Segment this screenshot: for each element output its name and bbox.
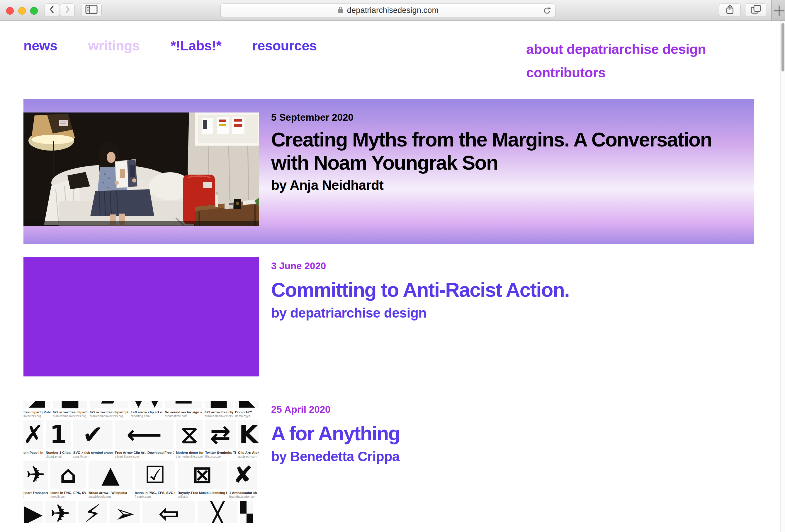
zoom-window-button[interactable] [30,7,38,15]
article-1-text: 5 September 2020 Creating Myths from the… [271,112,740,193]
collage-thumbnail: ⌂ [50,460,86,489]
thumbnail-source: clipart.email [46,455,71,458]
collage-cell: ➢ [110,501,140,523]
nav-item-contributors[interactable]: contributors [526,61,706,84]
forward-button[interactable] [60,3,75,17]
collage-thumbnail: ╳ [198,501,237,523]
clipart-icon: K [239,422,258,447]
collage-thumbnail: ◢ [23,401,50,408]
collage-cell: ▰672 arrow free clipart | Public domain.… [90,401,128,418]
browser-toolbar: depatriarchisedesign.com [0,0,785,21]
article-byline: by Anja Neidhardt [271,177,740,193]
collage-thumbnail: ✈ [23,460,48,489]
collage-cell: ◢free clipart | Public ...invectors.org [23,401,50,418]
collage-thumbnail: ▼▼ [131,401,162,408]
collage-cell: ⧖Modern decor for kids, b...thismodernli… [176,420,203,458]
thumbnail-caption: SVG > tick symbol choose shape - Fr... [73,451,112,455]
article-title[interactable]: A for Anything [271,422,729,445]
new-tab-button[interactable] [771,0,785,21]
collage-thumbnail: ⧖ [176,420,203,449]
address-bar[interactable]: depatriarchisedesign.com [221,3,556,17]
collage-thumbnail: K [238,420,259,449]
thumbnail-caption: Icons in PNG, EPS, SVG format [135,491,175,495]
collage-cell: ⚡ [78,501,107,523]
clipart-icon: ▬ [174,401,194,408]
thumbnail-caption: gin Page | Indepe... [23,451,43,455]
thumbnail-source: publicdomainvectors.org [205,414,233,418]
clipart-icon: ✈ [26,463,46,486]
clipart-icon: ▲ [101,463,120,486]
collage-thumbnail: ✈ [45,501,76,523]
collage-thumbnail: ▲ [88,460,132,489]
article-byline: by Benedetta Crippa [271,449,729,464]
close-window-button[interactable] [6,7,14,15]
tab-overview-button[interactable] [745,3,767,17]
article-card-1[interactable]: 5 September 2020 Creating Myths from the… [23,99,754,244]
article-1-photo-illustration[interactable] [23,112,259,226]
thumbnail-caption: Free Arrow Clip Art, Download Free Clip … [115,451,174,455]
collage-thumbnail: ▚ [240,501,253,523]
article-byline: by depatriarchise design [271,305,769,321]
minimize-window-button[interactable] [18,7,26,15]
clipart-icon: ▆ [62,401,78,408]
share-icon [726,4,734,16]
thumbnail-caption: free clipart | Public ... [23,410,50,414]
clipart-icon: ◢ [29,401,45,408]
collage-cell: 1Number 1 Clipart Imag...clipart.email [46,420,71,458]
share-button[interactable] [719,3,741,17]
collage-thumbnail: ▆ [53,401,87,408]
secondary-nav: about depatriarchise design contributors [526,37,706,84]
thumbnail-source: clipart-library.com [115,455,174,458]
article-3-text: 25 April 2020 A for Anything by Benedett… [271,404,729,464]
nav-item-resources[interactable]: resources [252,37,316,54]
thumbnail-source: dreamstime.com [165,414,202,418]
thumbnail-caption: 672 arrow free clipart | Public ... [53,410,87,414]
clipart-icon: ⇦ [158,501,179,523]
article-title[interactable]: Creating Myths from the Margins. A Conve… [271,128,729,174]
scrollbar-track[interactable] [780,21,785,532]
collage-cell: ✗gin Page | Indepe... [23,420,43,458]
page-content: news writings *!Labs!* resources about d… [0,21,780,532]
thumbnail-caption: Royalty-Free Music Licensing For Video .… [178,491,227,495]
back-button[interactable] [45,3,59,17]
thumbnail-source: en.wikipedia.org [88,495,132,499]
collage-thumbnail: 1 [46,420,71,449]
thumbnail-source: invectors.org [23,414,50,418]
collage-cell: ╳ [198,501,237,523]
collage-thumbnail: ◣ [235,401,259,408]
collage-cell: ▚ [240,501,253,523]
nav-item-about[interactable]: about depatriarchise design [526,37,706,61]
article-2-image[interactable] [23,257,259,376]
collage-cell: ▶ [23,501,43,523]
clipart-icon: ✘ [233,463,253,486]
nav-item-news[interactable]: news [23,37,57,54]
article-3-image-collage[interactable]: ◢free clipart | Public ...invectors.org▆… [23,401,259,525]
thumbnail-caption: lipart Transparent Back... [23,491,48,495]
thumbnail-source: cliparting.com [131,414,162,418]
clipart-icon: ☑ [145,463,166,486]
reload-button[interactable] [543,6,551,15]
collage-cell: ⊠Royalty-Free Music Licensing For Video … [178,460,227,499]
clipart-icon: ⊠ [192,463,212,486]
collage-cell: ✈ [45,501,76,523]
collage-cell: ▲Broad arrow - Wikipediaen.wikipedia.org [88,460,132,499]
collage-cell: ✔SVG > tick symbol choose shape - Fr...s… [73,420,112,458]
thumbnail-source: publicdomainvectors.org [90,414,128,418]
nav-item-labs[interactable]: *!Labs!* [171,37,222,54]
collage-cell: ⌂Icons in PNG, EPS, SVG formatfreepik.co… [50,460,86,499]
nav-item-writings[interactable]: writings [88,37,140,54]
thumbnail-caption: Broad arrow - Wikipedia [88,491,132,495]
scrollbar-thumb[interactable] [782,23,784,72]
clipart-icon: ⌂ [60,463,76,486]
collage-cell: KClip Art: Alphabet Se...abcteach.com [238,420,259,458]
collage-cell: ☑Icons in PNG, EPS, SVG formatfreepik.co… [135,460,175,499]
collage-thumbnail: ⚡ [78,501,107,523]
thumbnail-source: thismodernlife.co.uk [176,455,203,458]
thumbnail-source: abcteach.com [238,455,259,458]
thumbnail-caption: 672 arrow free clipart | P... [205,410,233,414]
article-title[interactable]: Committing to Anti-Racist Action. [271,278,769,301]
collage-thumbnail: ▬ [165,401,202,408]
thumbnail-source: l [23,495,48,499]
thumbnail-caption: Number 1 Clipart Imag... [46,451,71,455]
sidebar-toggle-button[interactable] [81,3,102,17]
